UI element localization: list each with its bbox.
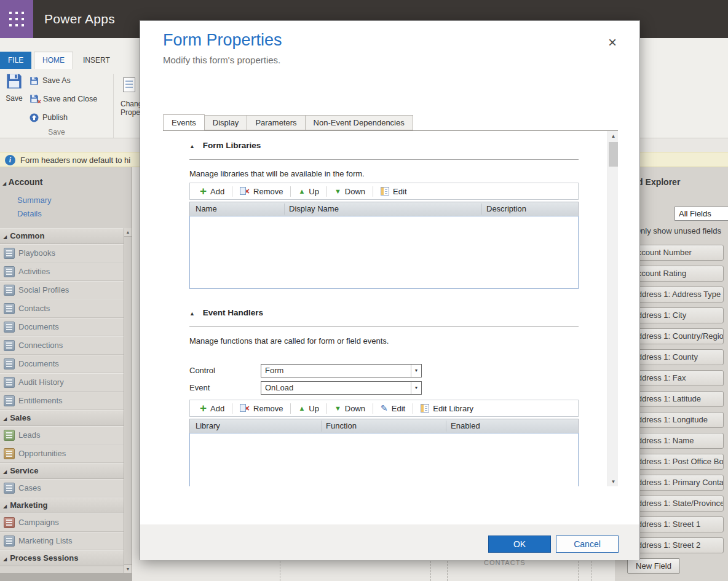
tab-home[interactable]: HOME bbox=[34, 52, 73, 69]
edit-library-icon bbox=[421, 404, 429, 413]
edit-library-button[interactable]: Edit Library bbox=[413, 404, 481, 413]
dialog-content: ▲ Form Libraries Manage libraries that w… bbox=[163, 130, 618, 486]
close-icon[interactable]: × bbox=[604, 34, 621, 52]
publish-button[interactable]: Publish bbox=[30, 111, 68, 124]
sidebar-item-entitlements[interactable]: Entitlements bbox=[0, 392, 124, 410]
sidebar-item-campaigns[interactable]: Campaigns bbox=[0, 513, 124, 532]
dialog-tabs: Events Display Parameters Non-Event Depe… bbox=[163, 114, 413, 130]
tab-non-event-dependencies[interactable]: Non-Event Dependencies bbox=[305, 115, 413, 130]
save-button-label: Save bbox=[1, 94, 27, 103]
chevron-down-icon: ▼ bbox=[411, 365, 421, 377]
nav-section-sales[interactable]: ◢Sales bbox=[0, 410, 124, 426]
edit-button[interactable]: Edit bbox=[373, 187, 414, 196]
remove-button[interactable]: ×Remove bbox=[232, 187, 290, 196]
save-and-close-button[interactable]: × Save and Close bbox=[30, 92, 97, 106]
save-button[interactable]: Save bbox=[1, 73, 27, 129]
tab-events[interactable]: Events bbox=[163, 114, 205, 130]
collapse-icon: ◢ bbox=[2, 181, 6, 186]
up-button[interactable]: ▲Up bbox=[291, 187, 326, 196]
form-libraries-grid-header: Name Display Name Description bbox=[189, 202, 579, 216]
nav-scrollbar[interactable]: ▲ ▼ bbox=[124, 228, 132, 573]
new-field-button[interactable]: New Field bbox=[627, 558, 680, 574]
event-handlers-section-header[interactable]: ▲ Event Handlers bbox=[189, 308, 263, 317]
event-select[interactable]: OnLoad ▼ bbox=[261, 381, 422, 395]
sidebar-item-activities[interactable]: Activities bbox=[0, 263, 124, 281]
chevron-down-icon: ▼ bbox=[411, 382, 421, 394]
form-libraries-toolbar: +Add ×Remove ▲Up ▼Down Edit bbox=[189, 183, 579, 200]
sidebar-bottom-strip bbox=[0, 573, 132, 581]
contacts-icon bbox=[4, 303, 15, 314]
sidebar-item-social-profiles[interactable]: Social Profiles bbox=[0, 281, 124, 299]
sidebar-item-connections[interactable]: Connections bbox=[0, 336, 124, 355]
save-group-label: Save bbox=[0, 128, 113, 136]
event-handlers-description: Manage functions that are called for for… bbox=[189, 336, 389, 346]
sidebar-item-cases[interactable]: Cases bbox=[0, 479, 124, 497]
remove-button[interactable]: ×Remove bbox=[232, 404, 290, 413]
sidebar-item-contacts[interactable]: Contacts bbox=[0, 299, 124, 318]
nav-section-marketing[interactable]: ◢Marketing bbox=[0, 497, 124, 513]
form-libraries-title: Form Libraries bbox=[203, 141, 261, 150]
sidebar-item-audit-history[interactable]: Audit History bbox=[0, 373, 124, 392]
scroll-up-icon[interactable]: ▲ bbox=[124, 228, 132, 237]
sidebar-item-playbooks[interactable]: Playbooks bbox=[0, 244, 124, 263]
dialog-scrollbar[interactable]: ▲ ▼ bbox=[607, 131, 618, 486]
connections-icon bbox=[4, 340, 15, 351]
sidebar-item-documents[interactable]: Documents bbox=[0, 318, 124, 336]
opportunities-icon bbox=[4, 448, 15, 459]
nav-section-process-sessions[interactable]: ◢Process Sessions bbox=[0, 550, 124, 566]
entity-title-label: Account bbox=[9, 177, 43, 187]
control-select-value: Form bbox=[265, 365, 283, 377]
add-button[interactable]: +Add bbox=[192, 187, 232, 196]
save-as-button[interactable]: Save As bbox=[30, 74, 71, 87]
form-libraries-grid-body[interactable] bbox=[189, 216, 579, 289]
cancel-button[interactable]: Cancel bbox=[556, 536, 619, 553]
nav-section-service[interactable]: ◢Service bbox=[0, 463, 124, 479]
tab-display[interactable]: Display bbox=[204, 115, 248, 130]
ok-button[interactable]: OK bbox=[488, 536, 551, 553]
column-separator bbox=[481, 204, 482, 215]
entity-link-summary[interactable]: Summary bbox=[17, 196, 52, 205]
nav-section-common[interactable]: ◢Common bbox=[0, 228, 124, 244]
sidebar-item-documents-2[interactable]: Documents bbox=[0, 355, 124, 373]
sidebar-border bbox=[132, 167, 132, 581]
control-select[interactable]: Form ▼ bbox=[261, 364, 422, 377]
notification-text: Form headers now default to hi bbox=[20, 152, 130, 168]
collapse-icon: ◢ bbox=[3, 416, 7, 422]
edit-pencil-icon: ✎ bbox=[381, 404, 388, 413]
scroll-down-icon[interactable]: ▼ bbox=[124, 564, 132, 573]
info-icon: i bbox=[5, 155, 15, 165]
leads-icon bbox=[4, 430, 15, 441]
event-handlers-title: Event Handlers bbox=[203, 308, 263, 317]
tab-insert[interactable]: INSERT bbox=[75, 52, 118, 69]
sidebar-item-opportunities[interactable]: Opportunities bbox=[0, 445, 124, 463]
collapse-icon: ◢ bbox=[3, 504, 7, 509]
tab-parameters[interactable]: Parameters bbox=[247, 115, 305, 130]
scroll-down-icon[interactable]: ▼ bbox=[608, 476, 618, 486]
collapse-icon: ◢ bbox=[3, 469, 7, 475]
entity-link-details[interactable]: Details bbox=[17, 209, 42, 218]
sidebar-item-leads[interactable]: Leads bbox=[0, 426, 124, 445]
collapse-icon: ◢ bbox=[3, 556, 7, 562]
up-arrow-icon: ▲ bbox=[298, 188, 305, 195]
add-icon: + bbox=[200, 404, 207, 413]
marketing-lists-icon bbox=[4, 536, 15, 547]
field-filter-value: All Fields bbox=[679, 209, 711, 218]
sidebar-item-marketing-lists[interactable]: Marketing Lists bbox=[0, 532, 124, 550]
down-arrow-icon: ▼ bbox=[334, 405, 341, 412]
app-launcher-button[interactable] bbox=[0, 0, 33, 38]
collapse-icon: ▲ bbox=[189, 310, 195, 317]
remove-icon: × bbox=[240, 404, 250, 413]
form-libraries-section-header[interactable]: ▲ Form Libraries bbox=[189, 141, 261, 150]
scroll-thumb[interactable] bbox=[609, 142, 618, 167]
tab-file[interactable]: FILE bbox=[0, 52, 31, 69]
add-button[interactable]: +Add bbox=[192, 404, 232, 413]
scroll-up-icon[interactable]: ▲ bbox=[608, 131, 618, 141]
down-button[interactable]: ▼Down bbox=[327, 404, 373, 413]
event-handlers-grid-body[interactable] bbox=[189, 433, 579, 486]
down-button[interactable]: ▼Down bbox=[327, 187, 373, 196]
field-filter-select[interactable]: All Fields bbox=[675, 207, 728, 221]
up-button[interactable]: ▲Up bbox=[291, 404, 326, 413]
edit-button[interactable]: ✎Edit bbox=[373, 404, 413, 413]
column-header-description: Description bbox=[486, 202, 526, 216]
event-handlers-grid-header: Library Function Enabled bbox=[189, 419, 579, 433]
